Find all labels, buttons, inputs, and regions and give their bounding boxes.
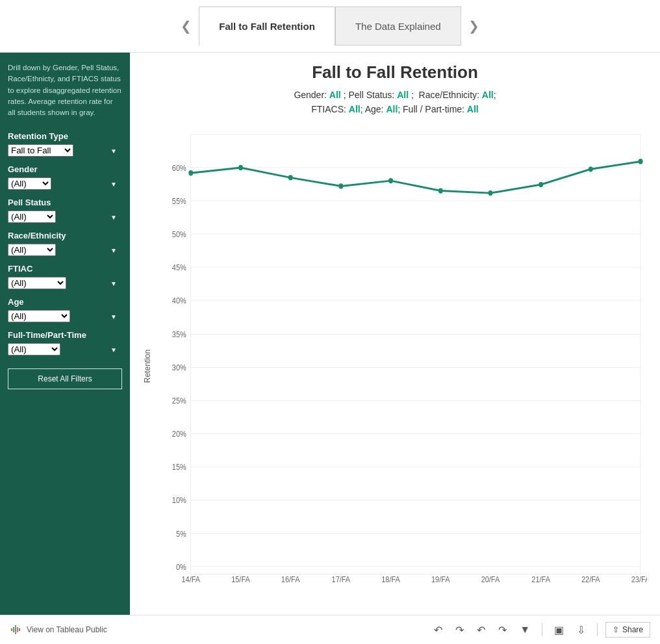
svg-text:18/FA: 18/FA — [381, 574, 400, 584]
bottom-right-controls: ↶ ↷ ↶ ↷ ▼ ▣ ⇩ ⇧ Share — [430, 621, 650, 639]
full-part-time-label: Full-Time/Part-Time — [8, 330, 122, 340]
retention-type-wrapper[interactable]: Fall to Fall Fall to Spring — [8, 144, 122, 157]
svg-text:0%: 0% — [176, 561, 186, 571]
full-part-time-wrapper[interactable]: (All) Full-Time Part-Time — [8, 343, 122, 355]
race-ethnicity-label: Race/Ethnicity — [8, 231, 122, 240]
sidebar: Drill down by Gender, Pell Status, Race/… — [0, 53, 130, 615]
full-part-time-select[interactable]: (All) Full-Time Part-Time — [8, 343, 60, 355]
filter-full-part-time: Full-Time/Part-Time (All) Full-Time Part… — [8, 330, 122, 355]
divider — [542, 623, 542, 636]
race-ethnicity-wrapper[interactable]: (All) White Black Hispanic Asian Other — [8, 244, 122, 256]
svg-text:16/FA: 16/FA — [281, 574, 300, 584]
svg-rect-0 — [191, 135, 641, 574]
race-ethnicity-select[interactable]: (All) White Black Hispanic Asian Other — [8, 244, 56, 256]
ftiac-select[interactable]: (All) FTIAC Non-FTIAC — [8, 277, 66, 289]
retention-chart: 0% 5% 10% 15% 20% 25% — [155, 127, 647, 605]
share-button[interactable]: ⇧ Share — [605, 622, 650, 638]
svg-text:23/FA: 23/FA — [631, 574, 647, 584]
svg-text:20%: 20% — [172, 429, 186, 439]
content-area: Drill down by Gender, Pell Status, Race/… — [0, 53, 660, 615]
svg-text:55%: 55% — [172, 196, 186, 206]
fullscreen-button[interactable]: ▣ — [550, 621, 568, 639]
chart-area: Fall to Fall Retention Gender: All ; Pel… — [130, 53, 660, 615]
svg-rect-51 — [17, 627, 18, 632]
svg-point-43 — [488, 190, 492, 196]
filter-pell-status: Pell Status (All) Pell Non-Pell — [8, 198, 122, 223]
dropdown-button[interactable]: ▼ — [516, 621, 534, 638]
svg-rect-52 — [15, 628, 16, 631]
undo-button[interactable]: ↶ — [430, 621, 446, 639]
svg-text:30%: 30% — [172, 363, 186, 372]
retention-type-select[interactable]: Fall to Fall Fall to Spring — [8, 144, 73, 157]
age-wrapper[interactable]: (All) Under 25 25 and Over — [8, 310, 122, 322]
filter-gender: Gender (All) Male Female — [8, 164, 122, 190]
bottom-bar: View on Tableau Public ↶ ↷ ↶ ↷ ▼ ▣ ⇩ ⇧ S… — [0, 615, 660, 644]
revert-button[interactable]: ↶ — [473, 621, 489, 639]
svg-text:50%: 50% — [172, 229, 186, 239]
pell-status-select[interactable]: (All) Pell Non-Pell — [8, 211, 56, 223]
svg-point-37 — [188, 170, 193, 175]
svg-text:5%: 5% — [176, 528, 186, 538]
svg-text:15%: 15% — [172, 462, 186, 472]
tableau-link-label: View on Tableau Public — [27, 625, 107, 634]
filter-race-ethnicity: Race/Ethnicity (All) White Black Hispani… — [8, 231, 122, 256]
filter-retention-type: Retention Type Fall to Fall Fall to Spri… — [8, 131, 122, 157]
svg-text:40%: 40% — [172, 296, 186, 305]
svg-point-38 — [238, 165, 243, 170]
svg-text:17/FA: 17/FA — [332, 574, 351, 584]
pell-value: All — [397, 90, 409, 100]
svg-point-42 — [438, 188, 443, 193]
prev-arrow[interactable]: ❮ — [173, 6, 199, 45]
y-axis-label: Retention — [143, 127, 152, 605]
pell-status-label: Pell Status — [8, 198, 122, 207]
share-label: Share — [622, 625, 643, 634]
gender-wrapper[interactable]: (All) Male Female — [8, 177, 122, 190]
ftiac-label: FTIAC — [8, 264, 122, 274]
svg-point-45 — [589, 166, 593, 172]
svg-text:14/FA: 14/FA — [181, 574, 200, 584]
reset-filters-button[interactable]: Reset All Filters — [8, 368, 122, 389]
pell-status-wrapper[interactable]: (All) Pell Non-Pell — [8, 211, 122, 223]
gender-label: Gender — [8, 164, 122, 174]
chart-wrapper: Retention 0% 5% 10% — [143, 127, 647, 605]
divider-2 — [597, 623, 598, 636]
svg-point-44 — [539, 182, 543, 187]
svg-text:25%: 25% — [172, 396, 186, 406]
svg-rect-47 — [11, 628, 12, 631]
age-select[interactable]: (All) Under 25 25 and Over — [8, 310, 70, 322]
svg-text:15/FA: 15/FA — [231, 574, 250, 584]
svg-point-40 — [338, 183, 343, 188]
filter-ftiac: FTIAC (All) FTIAC Non-FTIAC — [8, 264, 122, 289]
svg-text:60%: 60% — [172, 163, 186, 173]
tableau-link[interactable]: View on Tableau Public — [10, 624, 107, 636]
svg-point-39 — [288, 175, 293, 180]
tab-explained[interactable]: The Data Explained — [335, 6, 461, 45]
share-icon: ⇧ — [613, 625, 619, 634]
gender-value: All — [329, 90, 341, 100]
ftiacs-value: All — [349, 104, 361, 114]
chart-subtitle: Gender: All ; Pell Status: All ; Race/Et… — [143, 88, 647, 117]
fullpart-value: All — [467, 104, 479, 114]
svg-text:20/FA: 20/FA — [481, 574, 500, 584]
sidebar-description: Drill down by Gender, Pell Status, Race/… — [8, 62, 122, 118]
tab-bar: ❮ Fall to Fall Retention The Data Explai… — [0, 0, 660, 53]
filter-age: Age (All) Under 25 25 and Over — [8, 297, 122, 322]
gender-select[interactable]: (All) Male Female — [8, 177, 51, 190]
chart-title: Fall to Fall Retention — [143, 62, 647, 83]
svg-text:21/FA: 21/FA — [531, 574, 550, 584]
redo-button[interactable]: ↷ — [451, 621, 468, 639]
svg-text:22/FA: 22/FA — [581, 574, 600, 584]
svg-rect-49 — [19, 628, 20, 631]
svg-text:10%: 10% — [172, 495, 186, 505]
svg-text:35%: 35% — [172, 329, 186, 339]
tab-retention[interactable]: Fall to Fall Retention — [199, 6, 335, 45]
download-button[interactable]: ⇩ — [573, 621, 589, 639]
age-label: Age — [8, 297, 122, 307]
retention-type-label: Retention Type — [8, 131, 122, 141]
forward-button[interactable]: ↷ — [494, 621, 511, 639]
svg-rect-50 — [13, 627, 14, 632]
ftiac-wrapper[interactable]: (All) FTIAC Non-FTIAC — [8, 277, 122, 289]
svg-text:19/FA: 19/FA — [431, 574, 450, 584]
svg-point-41 — [388, 178, 393, 183]
next-arrow[interactable]: ❯ — [461, 6, 487, 45]
